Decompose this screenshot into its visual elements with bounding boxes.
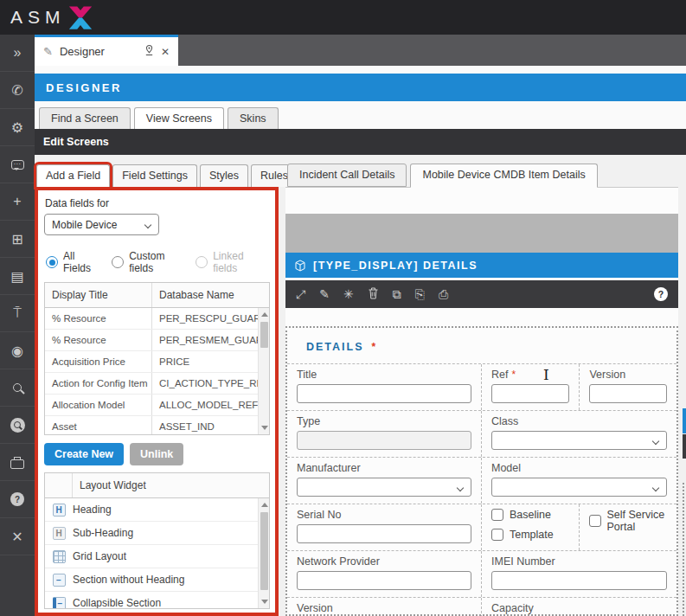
grid-layout-icon (53, 550, 66, 563)
pin-tab-icon[interactable] (144, 44, 154, 59)
unlink-button[interactable]: Unlink (130, 443, 183, 465)
list-item[interactable]: Grid Layout (45, 545, 269, 568)
table-row[interactable]: % ResourcePER_RESMEM_GUARA (45, 330, 269, 351)
edit-pencil-icon: ✎ (43, 45, 53, 58)
tab-skins[interactable]: Skins (228, 107, 279, 129)
col-database-name: Database Name (152, 283, 269, 307)
version-input[interactable] (589, 384, 667, 403)
fields-table-body: % ResourcePER_RESCPU_GUARAN % ResourcePE… (45, 308, 269, 434)
copy-icon[interactable]: ⧉ (393, 288, 401, 300)
scrollbar-thumb[interactable] (260, 512, 268, 590)
form-row: Version Capacity (287, 598, 676, 616)
tab-add-a-field[interactable]: Add a Field (36, 164, 110, 187)
serial-no-input[interactable] (297, 524, 471, 543)
designer-window-tab[interactable]: ✎ Designer ✕ (35, 35, 178, 66)
baseline-label: Baseline (510, 509, 551, 521)
add-a-field-panel: Data fields for Mobile Device All Fields… (35, 187, 279, 616)
radio-linked-fields-label: Linked fields (213, 250, 263, 274)
type-field-cell: Type (287, 411, 482, 457)
list-item[interactable]: HSub-Heading (45, 522, 269, 545)
class-select[interactable] (491, 431, 667, 450)
close-tab-icon[interactable]: ✕ (161, 46, 170, 58)
phone-icon[interactable]: ✆ (0, 72, 35, 109)
scroll-up-icon[interactable] (261, 312, 268, 317)
search-icon[interactable] (0, 369, 35, 407)
collapse-icon[interactable]: ⤢ (296, 288, 305, 300)
title-input[interactable] (297, 384, 471, 403)
table-row[interactable]: % ResourcePER_RESCPU_GUARAN (45, 308, 269, 330)
wildcard-icon[interactable]: ✳ (343, 288, 354, 300)
radio-custom-fields-label[interactable]: Custom fields (129, 250, 183, 274)
screen-tabs: Incident Call Details Mobile Device CMDB… (285, 162, 678, 187)
ref-input[interactable] (491, 384, 569, 403)
scrollbar-thumb[interactable] (260, 322, 268, 348)
tab-field-settings[interactable]: Field Settings (112, 164, 197, 187)
apps-grid-icon[interactable]: ⊞ (0, 221, 35, 258)
pin-icon[interactable]: ⍑ (0, 295, 35, 332)
details-section-title: DETAILS* (287, 328, 676, 364)
form-row: Title Ref* Version (287, 364, 676, 411)
table-row[interactable]: Action for Config ItemCI_ACTION_TYPE_REF (45, 373, 269, 395)
imei-number-input[interactable] (491, 571, 667, 590)
manufacturer-select[interactable] (297, 478, 471, 497)
settings-icon[interactable]: ⚙ (0, 109, 35, 146)
version2-field-cell: Version (287, 598, 482, 616)
tab-styles[interactable]: Styles (200, 164, 248, 187)
version-field-cell: Version (580, 364, 676, 410)
radio-all-fields[interactable] (46, 256, 58, 268)
entity-select-value: Mobile Device (52, 219, 117, 231)
help-icon[interactable]: ? (654, 287, 668, 301)
entity-select[interactable]: Mobile Device (44, 214, 159, 235)
report-icon[interactable]: ▤ (0, 258, 35, 295)
list-item[interactable]: HHeading (45, 498, 269, 522)
create-new-button[interactable]: Create New (44, 443, 124, 465)
list-item[interactable]: −Section without Heading (45, 568, 269, 592)
radio-all-fields-label[interactable]: All Fields (63, 250, 99, 274)
network-provider-input[interactable] (297, 571, 471, 590)
self-service-portal-checkbox[interactable] (589, 515, 601, 527)
template-label: Template (510, 529, 554, 541)
form-row: Type Class (287, 411, 676, 458)
scroll-down-icon[interactable] (261, 600, 268, 604)
expand-icon[interactable]: » (0, 35, 35, 72)
scroll-down-icon[interactable] (261, 426, 268, 430)
edit-icon[interactable]: ✎ (319, 288, 330, 300)
delete-icon[interactable] (368, 287, 379, 301)
widget-table-scrollbar[interactable] (258, 498, 269, 608)
table-row[interactable]: Acquisition PricePRICE (45, 351, 269, 373)
tab-mobile-device-cmdb-item-details[interactable]: Mobile Device CMDB Item Details (410, 164, 597, 188)
close-icon[interactable]: ✕ (0, 518, 35, 555)
template-checkbox[interactable] (491, 529, 503, 541)
tab-find-a-screen[interactable]: Find a Screen (39, 107, 131, 129)
model-select[interactable] (491, 478, 667, 497)
help-icon[interactable]: ? (0, 481, 35, 518)
version2-label: Version (297, 602, 471, 614)
sub-heading-icon: H (53, 527, 66, 540)
watch-icon[interactable]: ◉ (0, 332, 35, 369)
fields-table-scrollbar[interactable] (258, 308, 269, 434)
print-icon[interactable]: ⎙ (439, 288, 448, 300)
form-row: Manufacturer Model (287, 458, 676, 504)
paste-icon[interactable]: ⎘ (415, 288, 425, 300)
baseline-checkbox[interactable] (491, 509, 503, 521)
chat-icon[interactable]: ⋯ (0, 146, 35, 183)
table-row[interactable]: AssetASSET_IND (45, 416, 269, 434)
scroll-up-icon[interactable] (261, 503, 268, 507)
imei-number-field-cell: IMEI Number (482, 551, 676, 597)
add-icon[interactable]: + (0, 183, 35, 221)
list-item[interactable]: −Collapsible Section (45, 592, 269, 608)
edit-screens-title: Edit Screens (43, 136, 109, 148)
self-service-portal-label: Self Service Portal (607, 509, 668, 533)
screen-banner-placeholder (285, 214, 678, 253)
tab-incident-call-details[interactable]: Incident Call Details (287, 164, 407, 187)
table-row[interactable]: Allocation ModelALLOC_MODEL_REF (45, 395, 269, 416)
chevron-down-icon (144, 221, 151, 228)
tab-view-screens[interactable]: View Screens (134, 107, 224, 129)
briefcase-icon[interactable] (0, 444, 35, 481)
designer-nav-tabs: Find a Screen View Screens Skins (35, 101, 686, 129)
page-title: DESIGNER (46, 81, 122, 94)
type-label: Type (297, 415, 471, 427)
global-search-icon[interactable] (0, 407, 35, 444)
radio-custom-fields[interactable] (112, 256, 124, 268)
design-toolbar: ⤢ ✎ ✳ ⧉ ⎘ ⎙ ? (285, 280, 678, 308)
